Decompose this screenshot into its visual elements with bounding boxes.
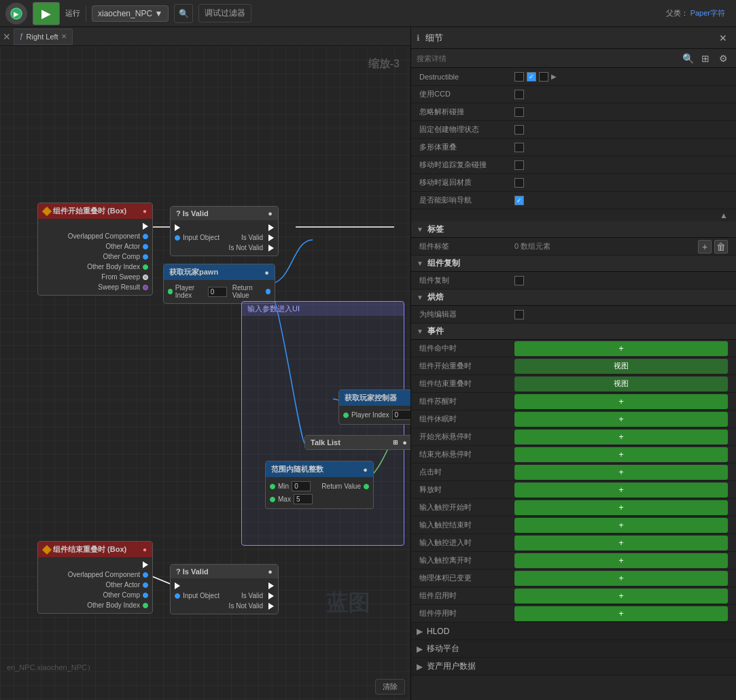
section-component-replication[interactable]: ▼ 组件复制 bbox=[411, 256, 736, 272]
event-btn-1[interactable]: 视图 bbox=[514, 359, 728, 374]
event-btn-8[interactable]: + bbox=[514, 483, 728, 497]
event-btn-14[interactable]: + bbox=[514, 589, 728, 603]
event-row-8: 释放时+ bbox=[411, 481, 736, 499]
tab-close-icon[interactable]: ✕ bbox=[61, 33, 67, 40]
exec-pin bbox=[143, 223, 148, 230]
run-button[interactable]: ▶ bbox=[33, 2, 60, 25]
node-overlap-begin[interactable]: 组件开始重叠时 (Box) ● Overlapped Component Oth… bbox=[37, 203, 153, 296]
prop-replication: 组件复制 bbox=[411, 272, 736, 290]
replication-checkbox[interactable] bbox=[514, 276, 524, 285]
node-options[interactable]: ● bbox=[363, 466, 368, 474]
search-bar: 🔍 ⊞ ⚙ bbox=[411, 49, 736, 68]
event-btn-11[interactable]: + bbox=[514, 536, 728, 550]
event-btn-5[interactable]: + bbox=[514, 430, 728, 444]
event-row-10: 输入触控结束时+ bbox=[411, 517, 736, 534]
event-btn-4[interactable]: + bbox=[514, 412, 728, 427]
pin-is-not-valid-bottom: Is Not Valid bbox=[171, 601, 278, 611]
clear-button[interactable]: 清除 bbox=[375, 679, 405, 695]
prop-multi-body: 多形体重叠 bbox=[411, 139, 736, 156]
tag-delete-button[interactable]: 🗑 bbox=[714, 240, 728, 253]
node-close-btn[interactable]: ● bbox=[143, 207, 147, 215]
destructible-check-2[interactable] bbox=[527, 72, 536, 82]
event-row-2: 组件结束重叠时视图 bbox=[411, 375, 736, 393]
filter-button[interactable]: 调试过滤器 bbox=[198, 4, 251, 22]
node-is-valid-bottom[interactable]: ? Is Valid ● Input Object Is Valid bbox=[170, 564, 279, 614]
parent-class-info: 父类： Paper字符 bbox=[666, 8, 731, 18]
blueprint-panel: ✕ ƒ Right Left ✕ 缩放-3 蓝图 bbox=[0, 27, 411, 700]
pin-overlapped-component: Overlapped Component bbox=[38, 231, 152, 241]
section-tags[interactable]: ▼ 标签 bbox=[411, 222, 736, 238]
move-trace-checkbox[interactable] bbox=[514, 160, 524, 170]
tab-right-left[interactable]: ƒ Right Left ✕ bbox=[14, 29, 73, 45]
pure-editor-checkbox[interactable] bbox=[514, 310, 524, 319]
player-index-input[interactable] bbox=[208, 287, 227, 297]
multi-body-checkbox[interactable] bbox=[514, 143, 524, 152]
event-btn-7[interactable]: + bbox=[514, 465, 728, 480]
node-overlap-end[interactable]: 组件结束重叠时 (Box) ● Overlapped Component Oth… bbox=[37, 541, 153, 614]
event-btn-3[interactable]: + bbox=[514, 394, 728, 409]
pin-other-body-index-end: Other Body Index bbox=[38, 600, 152, 610]
node-talk-list[interactable]: Talk List ⊞ ● bbox=[304, 435, 410, 450]
view-options-button[interactable]: ⊞ bbox=[698, 51, 713, 66]
ignore-analytic-checkbox[interactable] bbox=[514, 107, 524, 117]
tag-add-button[interactable]: + bbox=[698, 240, 712, 253]
prop-move-trace: 移动时追踪复杂碰撞 bbox=[411, 156, 736, 174]
section-hlod[interactable]: ▶ HLOD bbox=[411, 623, 736, 640]
event-row-12: 输入触控离开时+ bbox=[411, 552, 736, 570]
npc-dropdown[interactable]: xiaochen_NPC ▼ bbox=[92, 5, 169, 22]
node-is-valid-top[interactable]: ? Is Valid ● Input Object Is Valid bbox=[170, 206, 279, 256]
event-row-0: 组件命中时+ bbox=[411, 340, 736, 357]
prop-use-ccd: 使用CCD bbox=[411, 86, 736, 103]
node-options[interactable]: ● bbox=[402, 438, 407, 447]
pin-from-sweep: From Sweep bbox=[38, 272, 152, 282]
node-get-player-controller[interactable]: 获取玩家控制器 ● Player Index bbox=[338, 389, 410, 425]
section-mobile[interactable]: ▶ 移动平台 bbox=[411, 640, 736, 658]
event-btn-10[interactable]: + bbox=[514, 518, 728, 533]
settings-button[interactable]: ⚙ bbox=[716, 51, 731, 66]
max-input[interactable] bbox=[294, 494, 313, 504]
node-options[interactable]: ● bbox=[268, 209, 273, 217]
section-events[interactable]: ▼ 事件 bbox=[411, 323, 736, 340]
details-panel: ℹ 细节 ✕ 🔍 ⊞ ⚙ Destructible ▶ bbox=[411, 27, 736, 700]
event-btn-12[interactable]: + bbox=[514, 553, 728, 568]
node-get-player-pawn[interactable]: 获取玩家pawn ● Player Index Return Value bbox=[163, 264, 275, 304]
main-area: ✕ ƒ Right Left ✕ 缩放-3 蓝图 bbox=[0, 27, 736, 700]
event-btn-13[interactable]: + bbox=[514, 571, 728, 586]
search-input[interactable] bbox=[417, 54, 678, 63]
min-input[interactable] bbox=[292, 481, 311, 491]
node-options-bottom[interactable]: ● bbox=[268, 567, 273, 576]
search-button[interactable]: 🔍 bbox=[174, 4, 193, 23]
pin-other-comp: Other Comp bbox=[38, 251, 152, 262]
section-asset-user-data[interactable]: ▶ 资产用户数据 bbox=[411, 658, 736, 676]
event-row-13: 物理体积已变更+ bbox=[411, 570, 736, 587]
search-submit-button[interactable]: 🔍 bbox=[680, 51, 695, 66]
pin-other-body-index: Other Body Index bbox=[38, 262, 152, 272]
event-btn-0[interactable]: + bbox=[514, 341, 728, 356]
tab-close-left[interactable]: ✕ bbox=[3, 31, 11, 42]
prop-component-tags: 组件标签 0 数组元素 + 🗑 bbox=[411, 238, 736, 256]
node-random-int[interactable]: 范围内随机整数 ● Min Return Value Max bbox=[265, 461, 374, 509]
fixed-physics-checkbox[interactable] bbox=[514, 125, 524, 135]
use-ccd-checkbox[interactable] bbox=[514, 90, 524, 99]
section-baking[interactable]: ▼ 烘焙 bbox=[411, 290, 736, 306]
event-btn-9[interactable]: + bbox=[514, 500, 728, 515]
event-icon bbox=[42, 206, 52, 215]
pin-max: Max bbox=[266, 493, 373, 506]
close-details-button[interactable]: ✕ bbox=[716, 31, 731, 46]
return-material-checkbox[interactable] bbox=[514, 178, 524, 188]
destructible-check-3[interactable] bbox=[539, 72, 548, 82]
node-close-end-btn[interactable]: ● bbox=[143, 546, 147, 553]
player-index-ctrl-input[interactable] bbox=[392, 410, 410, 420]
node-options[interactable]: ● bbox=[264, 268, 269, 277]
scroll-up[interactable]: ▲ bbox=[411, 209, 736, 222]
event-btn-15[interactable]: + bbox=[514, 606, 728, 621]
affects-nav-checkbox[interactable] bbox=[514, 196, 524, 205]
svg-text:▶: ▶ bbox=[14, 10, 19, 18]
event-btn-6[interactable]: + bbox=[514, 447, 728, 462]
run-label: 运行 bbox=[65, 8, 80, 18]
pin-player-index: Player Index Return Value bbox=[164, 283, 275, 300]
event-btn-2[interactable]: 视图 bbox=[514, 377, 728, 391]
event-row-14: 组件启用时+ bbox=[411, 587, 736, 605]
pin-exec-out-end bbox=[38, 560, 152, 570]
destructible-check-1[interactable] bbox=[514, 72, 524, 82]
